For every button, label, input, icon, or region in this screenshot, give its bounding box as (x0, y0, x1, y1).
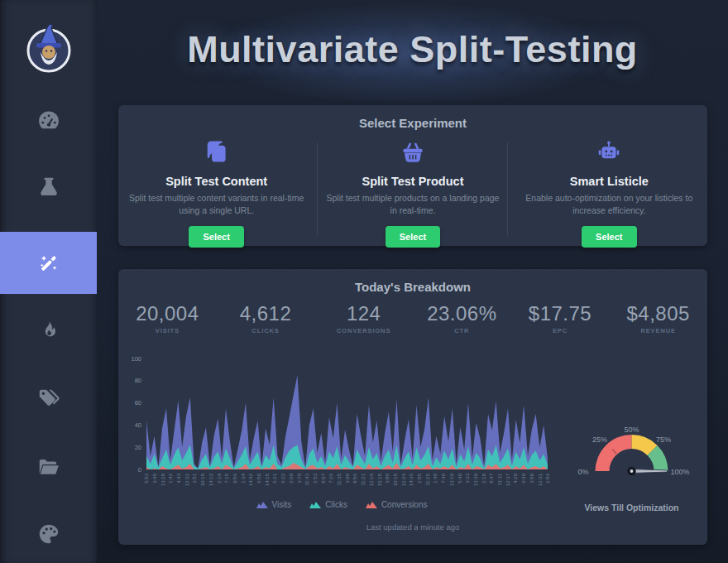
svg-text:10:18: 10:18 (200, 473, 205, 486)
svg-text:10:15: 10:15 (393, 473, 398, 486)
svg-text:40: 40 (135, 421, 141, 429)
svg-text:8:56: 8:56 (352, 473, 357, 483)
svg-text:9:56: 9:56 (232, 473, 237, 483)
svg-text:3:90: 3:90 (345, 473, 350, 483)
sidebar-item-themes[interactable] (0, 503, 97, 563)
svg-text:6:49: 6:49 (521, 473, 526, 483)
svg-text:12:37: 12:37 (505, 473, 510, 486)
svg-text:12:16: 12:16 (369, 473, 374, 486)
legend-item-clicks[interactable]: Clicks (309, 500, 347, 509)
svg-text:0%: 0% (577, 468, 588, 476)
svg-text:1:42: 1:42 (168, 473, 173, 483)
svg-text:14:12: 14:12 (208, 473, 213, 486)
svg-text:12:24: 12:24 (401, 473, 406, 486)
svg-text:100%: 100% (670, 468, 689, 476)
option-description: Split test multiple products on a landin… (324, 192, 500, 217)
svg-text:6:50: 6:50 (256, 473, 261, 483)
svg-text:25%: 25% (592, 435, 607, 444)
option-title: Smart Listicle (521, 175, 697, 188)
svg-text:8:57: 8:57 (321, 473, 326, 483)
svg-text:12:32: 12:32 (184, 473, 189, 486)
svg-text:100: 100 (131, 355, 141, 363)
svg-text:12:31: 12:31 (538, 473, 543, 486)
copy-pages-icon (204, 153, 230, 167)
last-updated-text: Last updated a minute ago (118, 522, 707, 532)
svg-text:5:21: 5:21 (272, 473, 277, 483)
sidebar-item-dashboard[interactable] (0, 89, 97, 151)
gauge-icon (36, 108, 61, 132)
svg-text:4:43: 4:43 (176, 473, 181, 483)
svg-text:2:53: 2:53 (313, 473, 318, 483)
option-description: Enable auto-optimization on your listicl… (521, 192, 697, 217)
svg-text:75%: 75% (656, 435, 671, 444)
svg-text:14:36: 14:36 (409, 473, 414, 486)
svg-text:13:39: 13:39 (473, 473, 478, 486)
sidebar-item-tags[interactable] (0, 368, 97, 430)
todays-breakdown-card: Today's Breakdown 20,004 VISITS 4,612 CL… (118, 269, 707, 545)
svg-text:11:35: 11:35 (337, 473, 342, 485)
experiment-option-content: Split Test Content Split test multiple c… (118, 138, 314, 242)
svg-text:20: 20 (135, 444, 141, 451)
svg-text:4:20: 4:20 (513, 473, 518, 483)
stat-conversions: 124 CONVERSIONS (314, 302, 413, 334)
robot-icon (596, 153, 622, 167)
select-content-button[interactable]: Select (189, 226, 243, 248)
option-description: Split test multiple content variants in … (128, 192, 304, 217)
svg-text:13:28: 13:28 (160, 473, 165, 486)
area-swatch-icon (366, 501, 377, 508)
svg-text:2:19: 2:19 (217, 473, 222, 483)
area-swatch-icon (256, 501, 268, 508)
svg-text:1:34: 1:34 (241, 473, 246, 483)
flame-icon (36, 319, 61, 344)
svg-text:50%: 50% (624, 426, 639, 434)
svg-text:1:48: 1:48 (433, 473, 438, 483)
traffic-chart: 1008060402005:533:4513:281:424:4312:323:… (127, 352, 557, 509)
option-title: Split Test Product (324, 175, 500, 188)
legend-item-visits[interactable]: Visits (256, 500, 292, 509)
select-product-button[interactable]: Select (386, 226, 440, 248)
page-title: Multivariate Split-Testing (97, 28, 728, 71)
svg-text:3:80: 3:80 (385, 473, 390, 483)
svg-text:14:15: 14:15 (265, 473, 270, 486)
svg-text:11:43: 11:43 (304, 473, 309, 485)
svg-text:3:70: 3:70 (297, 473, 302, 483)
optimization-gauge: 0%25%50%75%100% Views Till Optimization (572, 423, 692, 512)
svg-text:3:51: 3:51 (192, 473, 197, 483)
stat-ctr: 23.06% CTR (413, 302, 511, 334)
experiment-option-product: Split Test Product Split test multiple p… (314, 138, 510, 242)
svg-text:11:25: 11:25 (425, 473, 430, 485)
svg-text:7:40: 7:40 (441, 473, 446, 483)
legend-item-conversions[interactable]: Conversions (366, 500, 428, 509)
svg-text:5:40: 5:40 (457, 473, 462, 483)
sidebar-item-projects[interactable] (0, 435, 97, 498)
flask-icon (36, 175, 61, 200)
stat-clicks: 4,612 CLICKS (217, 302, 315, 334)
sidebar-item-hot[interactable] (0, 300, 97, 362)
svg-text:80: 80 (135, 377, 141, 384)
svg-text:11:11: 11:11 (497, 473, 502, 485)
stat-revenue: $4,805 REVENUE (609, 302, 707, 334)
tags-icon (36, 387, 61, 411)
svg-text:15:18: 15:18 (377, 473, 382, 486)
svg-text:2:18: 2:18 (481, 473, 486, 483)
gauge-caption: Views Till Optimization (572, 503, 692, 512)
svg-text:2:55: 2:55 (417, 473, 422, 483)
svg-text:5:53: 5:53 (144, 473, 149, 483)
sidebar-item-experiments[interactable] (0, 156, 97, 218)
svg-text:6:22: 6:22 (280, 473, 285, 483)
select-experiment-title: Select Experiment (118, 105, 707, 130)
option-title: Split Test Content (128, 175, 304, 188)
main-content: Multivariate Split-Testing Select Experi… (97, 0, 728, 563)
svg-text:3:58: 3:58 (529, 473, 534, 483)
folder-open-icon (36, 455, 61, 479)
svg-text:60: 60 (135, 399, 141, 407)
svg-text:2:54: 2:54 (545, 473, 550, 483)
sidebar-item-split-testing[interactable] (0, 232, 97, 294)
app-window: Multivariate Split-Testing Select Experi… (0, 0, 728, 563)
stat-epc: $17.75 EPC (511, 302, 610, 334)
wizard-logo[interactable] (0, 8, 97, 84)
chart-legend: Visits Clicks Conversions (127, 500, 557, 509)
svg-text:8:47: 8:47 (489, 473, 494, 483)
select-listicle-button[interactable]: Select (582, 226, 636, 248)
palette-icon (36, 522, 61, 546)
